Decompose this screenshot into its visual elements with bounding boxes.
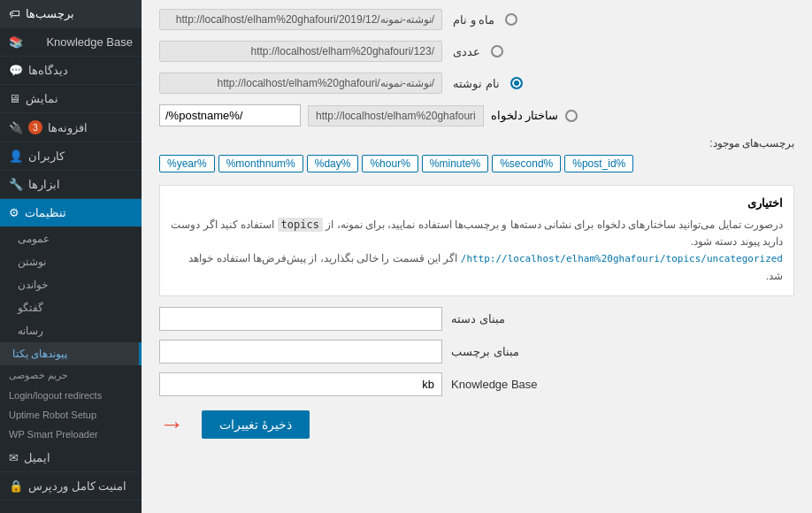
input-kb[interactable] xyxy=(159,372,442,396)
sidebar-item-comments[interactable]: دیدگاه‌ها 💬 xyxy=(0,57,142,85)
form-row-kb: Knowledge Base xyxy=(159,372,794,396)
settings-icon: ⚙ xyxy=(9,206,19,219)
optional-section: اختیاری درصورت تمایل می‌توانید ساختارهای… xyxy=(159,185,794,296)
users-icon: 👤 xyxy=(9,149,23,163)
sidebar-item-appearance[interactable]: نمایش 🖥 xyxy=(0,85,142,113)
optional-title: اختیاری xyxy=(171,196,783,210)
sidebar-sub-media[interactable]: رسانه xyxy=(0,319,142,342)
sidebar-item-email[interactable]: ایمیل ✉ xyxy=(0,444,142,472)
tools-icon: 🔧 xyxy=(9,178,23,191)
optional-text-1: درصورت تمایل می‌توانید ساختارهای دلخواه … xyxy=(326,218,783,231)
sidebar-item-plugins[interactable]: افزونه‌ها 3 🔌 xyxy=(0,113,142,142)
kb-label: Knowledge Base xyxy=(46,35,133,49)
tag-post-id[interactable]: %post_id% xyxy=(564,155,633,172)
main-content: ماه و نام http://localhost/elham%20ghafo… xyxy=(142,0,812,513)
tags-icon: 🏷 xyxy=(9,7,20,20)
sidebar-uptime-robot[interactable]: Uptime Robot Setup xyxy=(0,405,142,425)
sidebar-item-tools[interactable]: ابزارها 🔧 xyxy=(0,171,142,199)
comments-label: دیدگاه‌ها xyxy=(28,64,68,77)
plugins-badge: 3 xyxy=(28,120,42,134)
radio-name-date[interactable] xyxy=(505,13,517,26)
sidebar-item-tags[interactable]: برچسب‌ها 🏷 xyxy=(0,0,142,28)
label-tag-base: مبنای برچسب xyxy=(451,345,519,358)
kb-icon: 📚 xyxy=(9,35,23,49)
sidebar-item-settings[interactable]: تنظیمات ⚙ xyxy=(0,199,142,227)
appearance-label: نمایش xyxy=(26,92,58,105)
label-custom: ساختار دلخواه xyxy=(491,109,559,122)
permalink-row-2: نام نوشته http://localhost/elham%20ghafo… xyxy=(159,73,794,94)
appearance-icon: 🖥 xyxy=(9,92,20,105)
tag-year[interactable]: %year% xyxy=(159,155,215,172)
form-row-category: مبنای دسته xyxy=(159,307,794,331)
permalink-row-1: عددی http://localhost/elham%20ghafouri/1… xyxy=(159,41,794,62)
sidebar-privacy[interactable]: حریم خصوصی xyxy=(0,365,142,386)
tags-container: %post_id% %second% %minute% %hour% %day%… xyxy=(159,155,794,172)
input-category-base[interactable] xyxy=(159,307,442,331)
tag-monthnum[interactable]: %monthnum% xyxy=(218,155,303,172)
save-row: ذخیرهٔ تغییرات → xyxy=(159,410,794,439)
sidebar-item-knowledge-base[interactable]: 📚 Knowledge Base xyxy=(0,28,142,57)
sidebar-sub-writing[interactable]: نوشتن xyxy=(0,250,142,273)
radio-custom[interactable] xyxy=(565,110,578,122)
email-label: ایمیل xyxy=(24,451,50,464)
tags-label: برچسب‌های موجود: xyxy=(159,137,794,149)
label-kb: Knowledge Base xyxy=(451,378,538,391)
url-post-name: http://localhost/elham%20ghafouri/نوشته-… xyxy=(159,73,442,94)
label-category-base: مبنای دسته xyxy=(451,312,505,325)
label-post-name: نام نوشته xyxy=(453,77,500,90)
arrow-indicator: → xyxy=(159,412,184,437)
label-numeric: عددی xyxy=(453,45,480,58)
sidebar-sub-reading[interactable]: خواندن xyxy=(0,273,142,296)
label-name-date: ماه و نام xyxy=(453,13,494,27)
sidebar-sub-general[interactable]: عمومی xyxy=(0,227,142,250)
sidebar-sub-permalinks[interactable]: پیوندهای یکتا xyxy=(0,342,142,365)
sidebar-item-users[interactable]: کاربران 👤 xyxy=(0,142,142,171)
optional-highlight-word: topics xyxy=(278,218,323,232)
comments-icon: 💬 xyxy=(9,64,23,77)
sidebar-wp-smart-preloader[interactable]: WP Smart Preloader xyxy=(0,425,142,444)
security-icon: 🔒 xyxy=(9,479,23,493)
tag-day[interactable]: %day% xyxy=(307,155,359,172)
tag-minute[interactable]: %minute% xyxy=(422,155,488,172)
security-label: امنیت کامل وردپرس xyxy=(28,479,126,493)
tag-second[interactable]: %second% xyxy=(492,155,561,172)
input-tag-base[interactable] xyxy=(159,340,442,364)
url-name-date: http://localhost/elham%20ghafouri/2019/1… xyxy=(159,9,442,30)
url-numeric: http://localhost/elham%20ghafouri/123/ xyxy=(159,41,442,62)
radio-post-name[interactable] xyxy=(510,77,523,89)
tools-label: ابزارها xyxy=(28,178,60,191)
tag-hour[interactable]: %hour% xyxy=(362,155,417,172)
plugins-label: افزونه‌ها xyxy=(48,121,88,134)
sidebar: برچسب‌ها 🏷 📚 Knowledge Base دیدگاه‌ها 💬 … xyxy=(0,0,142,513)
email-icon: ✉ xyxy=(9,451,19,464)
custom-structure-input[interactable] xyxy=(159,104,301,126)
form-row-tag: مبنای برچسب xyxy=(159,340,794,364)
sidebar-item-security[interactable]: امنیت کامل وردپرس 🔒 xyxy=(0,472,142,501)
users-label: کاربران xyxy=(28,149,65,163)
sidebar-sub-discussion[interactable]: گفتگو xyxy=(0,296,142,319)
tags-label: برچسب‌ها xyxy=(26,7,74,20)
optional-text: درصورت تمایل می‌توانید ساختارهای دلخواه … xyxy=(171,217,783,285)
sidebar-login-logout[interactable]: Login/logout redirects xyxy=(0,386,142,405)
custom-url-preview: http://localhost/elham%20ghafouri xyxy=(308,105,484,126)
settings-label: تنظیمات xyxy=(25,206,66,219)
optional-url-example: http://localhost/elham%20ghafouri/topics… xyxy=(461,253,783,264)
save-button[interactable]: ذخیرهٔ تغییرات xyxy=(202,410,310,439)
radio-numeric[interactable] xyxy=(491,45,503,57)
plugins-icon: 🔌 xyxy=(9,121,23,134)
custom-permalink-row: ساختار دلخواه http://localhost/elham%20g… xyxy=(159,104,794,126)
permalink-row-0: ماه و نام http://localhost/elham%20ghafo… xyxy=(159,9,794,30)
